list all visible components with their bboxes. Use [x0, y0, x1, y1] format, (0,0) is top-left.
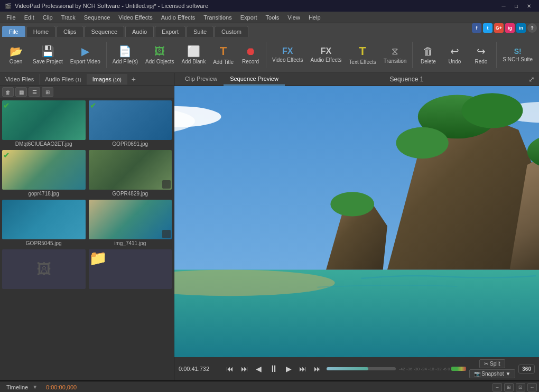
undo-icon: ↩: [450, 45, 459, 58]
tab-audio[interactable]: Audio: [125, 26, 154, 37]
tl-btn-3[interactable]: ⊡: [516, 383, 525, 391]
save-project-button[interactable]: 💾 Save Project: [30, 40, 66, 70]
media-item[interactable]: ✔ GOPR0691.jpg: [89, 100, 172, 147]
media-tab-images[interactable]: Images (10): [87, 74, 127, 85]
tab-custom[interactable]: Custom: [215, 26, 248, 37]
tab-sequence[interactable]: Sequence: [85, 26, 125, 37]
go-end-button[interactable]: ⏭: [312, 363, 323, 374]
titlebar-controls[interactable]: ─ □ ✕: [498, 2, 535, 10]
prev-frame-button[interactable]: ⏭: [239, 363, 250, 374]
tab-suite[interactable]: Suite: [187, 26, 213, 37]
google-icon[interactable]: G+: [494, 23, 504, 33]
menu-view[interactable]: View: [283, 13, 304, 22]
media-item[interactable]: GOPR4829.jpg: [89, 150, 172, 197]
tab-clips[interactable]: Clips: [57, 26, 83, 37]
play-pause-button[interactable]: ⏸: [267, 362, 281, 376]
menu-sequence[interactable]: Sequence: [80, 13, 115, 22]
menu-clip[interactable]: Clip: [39, 13, 57, 22]
snapshot-button[interactable]: 📷 Snapshot ▼: [469, 369, 516, 378]
tl-btn-1[interactable]: –: [492, 383, 502, 391]
linkedin-icon[interactable]: in: [516, 23, 526, 33]
delete-icon: 🗑: [423, 45, 433, 58]
add-media-tab-button[interactable]: +: [127, 73, 140, 86]
add-objects-button[interactable]: 🖼 Add Objects: [142, 40, 177, 70]
video-effects-button[interactable]: FX Video Effects: [269, 40, 306, 70]
media-filename: GOPR4829.jpg: [89, 191, 172, 197]
timeline-dropdown-icon[interactable]: ▼: [32, 384, 38, 390]
tl-btn-2[interactable]: ⊞: [504, 383, 514, 391]
media-delete-btn[interactable]: 🗑: [2, 87, 14, 97]
step-fwd-button[interactable]: ▶: [284, 363, 294, 374]
minimize-button[interactable]: ─: [498, 2, 509, 10]
tab-home[interactable]: Home: [26, 26, 55, 37]
open-button[interactable]: 📂 Open: [3, 40, 29, 70]
help-circle-icon[interactable]: ?: [527, 23, 537, 33]
add-files-button[interactable]: 📄 Add File(s): [109, 40, 141, 70]
volume-meter: -42 -36 -30 -24 -18 -12 -6 0: [399, 367, 466, 371]
media-item[interactable]: ✔ DMqt6CIUEAAO2ET.jpg: [2, 100, 86, 147]
tab-export[interactable]: Export: [155, 26, 185, 37]
split-button[interactable]: ✂ Split: [479, 359, 505, 368]
menu-help[interactable]: Help: [304, 13, 325, 22]
clip-preview-tab[interactable]: Clip Preview: [179, 73, 224, 86]
menu-export[interactable]: Export: [236, 13, 262, 22]
media-item[interactable]: 🖼: [2, 249, 86, 290]
add-blank-icon: ⬜: [187, 45, 200, 58]
menu-file[interactable]: File: [2, 13, 20, 22]
add-title-icon: T: [220, 44, 227, 58]
menu-audio-effects[interactable]: Audio Effects: [157, 13, 200, 22]
media-sort-btn[interactable]: ⊞: [42, 87, 53, 97]
export-icon: ▶: [81, 45, 89, 58]
facebook-icon[interactable]: f: [472, 23, 481, 33]
media-filename: img_7411.jpg: [89, 240, 172, 246]
menu-video-effects[interactable]: Video Effects: [114, 13, 156, 22]
export-video-button[interactable]: ▶ Export Video: [67, 40, 104, 70]
media-item[interactable]: img_7411.jpg: [89, 200, 172, 246]
text-effects-button[interactable]: T Text Effects: [346, 40, 379, 70]
redo-button[interactable]: ↪ Redo: [468, 40, 494, 70]
sequence-preview-tab[interactable]: Sequence Preview: [224, 73, 285, 86]
media-tab-video[interactable]: Video Files: [0, 74, 40, 85]
audio-effects-button[interactable]: FX Audio Effects: [308, 40, 345, 70]
media-grid: ✔ DMqt6CIUEAAO2ET.jpg ✔ GOPR0691.jpg ✔ g…: [0, 98, 174, 380]
transition-icon: ⧖: [392, 46, 398, 57]
media-item[interactable]: GOPR5045.jpg: [2, 200, 86, 246]
redo-icon: ↪: [477, 45, 486, 58]
360-button[interactable]: 360: [518, 365, 535, 374]
transition-button[interactable]: ⧖ Transition: [380, 40, 410, 70]
media-list-btn[interactable]: ☰: [29, 87, 40, 97]
instagram-icon[interactable]: ig: [505, 23, 515, 33]
step-back-button[interactable]: ◀: [254, 363, 264, 374]
toolbar: 📂 Open 💾 Save Project ▶ Export Video 📄 A…: [0, 37, 539, 73]
record-button[interactable]: ⏺ Record: [238, 40, 263, 70]
tl-btn-4[interactable]: ↔: [527, 383, 537, 391]
tab-file[interactable]: File: [2, 26, 25, 37]
menu-tools[interactable]: Tools: [262, 13, 284, 22]
titlebar: 🎬 VideoPad Professional by NCH Software …: [0, 0, 539, 12]
split-snapshot-controls: ✂ Split 📷 Snapshot ▼: [469, 359, 516, 378]
add-blank-button[interactable]: ⬜ Add Blank: [179, 40, 209, 70]
media-tab-audio[interactable]: Audio Files (1): [40, 74, 87, 85]
separator4: [496, 42, 497, 68]
nch-suite-button[interactable]: S! S!NCH Suite: [499, 40, 536, 70]
close-button[interactable]: ✕: [523, 2, 535, 10]
timeline-header: Timeline ▼ 0:00:00,000 – ⊞ ⊡ ↔: [0, 381, 539, 392]
media-grid-btn[interactable]: ▦: [15, 87, 27, 97]
menu-edit[interactable]: Edit: [20, 13, 39, 22]
menu-track[interactable]: Track: [57, 13, 80, 22]
undo-button[interactable]: ↩ Undo: [442, 40, 467, 70]
menu-transitions[interactable]: Transitions: [199, 13, 236, 22]
timeline-timecode: 0:00:00,000: [42, 384, 81, 390]
next-frame-button[interactable]: ⏭: [297, 363, 309, 374]
media-item[interactable]: 📁: [89, 249, 172, 290]
media-item[interactable]: ✔ gopr4718.jpg: [2, 150, 86, 197]
preview-expand-button[interactable]: ⤢: [528, 75, 535, 83]
add-title-button[interactable]: T Add Title: [210, 40, 237, 70]
go-start-button[interactable]: ⏮: [224, 363, 236, 374]
delete-button[interactable]: 🗑 Delete: [415, 40, 441, 70]
svg-point-7: [462, 93, 523, 128]
media-thumbnail: [89, 150, 172, 190]
maximize-button[interactable]: □: [510, 2, 522, 10]
twitter-icon[interactable]: t: [483, 23, 492, 33]
progress-bar[interactable]: [327, 367, 396, 370]
